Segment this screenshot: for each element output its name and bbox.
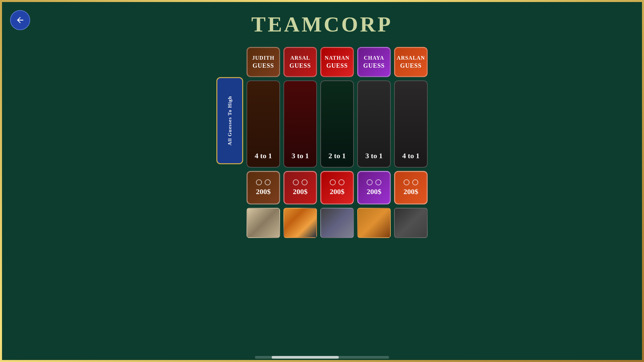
player-card-arsal[interactable]: ARSAL GUESS — [283, 47, 317, 77]
bet-amount-arsalan: 200$ — [404, 187, 418, 196]
bet-amount-chaya: 200$ — [367, 187, 381, 196]
photo-chaya[interactable] — [357, 208, 391, 238]
scrollbar[interactable] — [255, 356, 389, 359]
player-lastname-nathan: GUESS — [326, 62, 348, 69]
player-lastname-arsal: GUESS — [289, 62, 311, 69]
photo-arsalan[interactable] — [394, 208, 428, 238]
arrow-left-icon — [15, 15, 25, 25]
odds-card-arsal[interactable]: 3 to 1 — [283, 80, 317, 168]
player-card-arsalan[interactable]: ARSALAN GUESS — [394, 47, 428, 77]
bet-amount-judith: 200$ — [256, 187, 271, 196]
player-firstname-chaya: CHAYA — [364, 55, 384, 61]
player-firstname-arsalan: ARSALAN — [397, 55, 425, 61]
odds-card-arsalan[interactable]: 4 to 1 — [394, 80, 428, 168]
odds-value-arsalan: 4 to 1 — [402, 152, 419, 160]
player-lastname-judith: GUESS — [253, 62, 274, 69]
odds-card-chaya[interactable]: 3 to 1 — [357, 80, 391, 168]
bet-icons-nathan — [330, 179, 344, 185]
bet-card-arsal[interactable]: 200$ — [283, 171, 317, 204]
odds-card-nathan[interactable]: 2 to 1 — [320, 80, 354, 168]
bet-amount-nathan: 200$ — [330, 187, 344, 196]
player-firstname-arsal: ARSAL — [290, 55, 310, 61]
photo-judith[interactable] — [247, 208, 280, 238]
odds-value-nathan: 2 to 1 — [328, 152, 345, 160]
bet-card-chaya[interactable]: 200$ — [357, 171, 391, 204]
bet-icons-judith — [256, 179, 271, 185]
odds-value-judith: 4 to 1 — [255, 152, 272, 160]
odds-value-chaya: 3 to 1 — [365, 152, 382, 160]
all-guesses-button[interactable]: All Guesses To High — [216, 77, 243, 164]
bet-amount-arsal: 200$ — [293, 187, 308, 196]
all-guesses-label: All Guesses To High — [227, 96, 233, 145]
bet-card-arsalan[interactable]: 200$ — [394, 171, 428, 204]
player-card-chaya[interactable]: CHAYA GUESS — [357, 47, 391, 77]
photo-nathan[interactable] — [320, 208, 354, 238]
odds-card-judith[interactable]: 4 to 1 — [247, 80, 280, 168]
player-column-arsalan: ARSALAN GUESS 4 to 1 200$ — [394, 47, 428, 238]
bet-card-nathan[interactable]: 200$ — [320, 171, 354, 204]
bet-card-judith[interactable]: 200$ — [247, 171, 280, 204]
player-column-chaya: CHAYA GUESS 3 to 1 200$ — [357, 47, 391, 238]
bet-icons-arsalan — [404, 179, 418, 185]
bet-icons-chaya — [367, 179, 381, 185]
player-column-arsal: ARSAL GUESS 3 to 1 200$ — [283, 47, 317, 238]
page-title: TEAMCORP — [2, 2, 642, 37]
player-card-nathan[interactable]: NATHAN GUESS — [320, 47, 354, 77]
player-firstname-nathan: NATHAN — [325, 55, 350, 61]
bet-icons-arsal — [293, 179, 308, 185]
scrollbar-thumb — [272, 356, 339, 359]
player-lastname-chaya: GUESS — [363, 62, 385, 69]
player-column-nathan: NATHAN GUESS 2 to 1 200$ — [320, 47, 354, 238]
player-column-judith: JUDITH GUESS 4 to 1 200$ — [247, 47, 280, 238]
player-card-judith[interactable]: JUDITH GUESS — [247, 47, 280, 77]
photo-arsal[interactable] — [283, 208, 317, 238]
back-button[interactable] — [10, 10, 30, 30]
player-lastname-arsalan: GUESS — [400, 62, 422, 69]
player-firstname-judith: JUDITH — [252, 55, 274, 61]
odds-value-arsal: 3 to 1 — [291, 152, 309, 160]
